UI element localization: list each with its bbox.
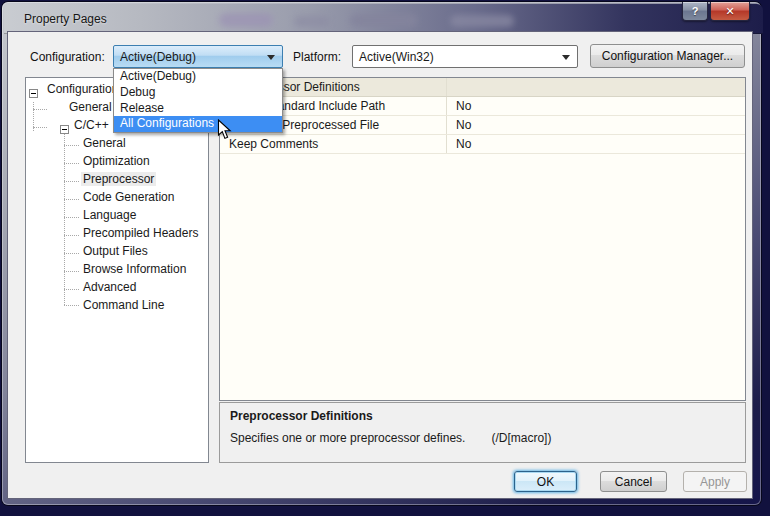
tree-connector-line xyxy=(64,181,79,182)
tree-item-precompiled-headers[interactable]: Precompiled Headers xyxy=(81,224,200,242)
dropdown-item-release[interactable]: Release xyxy=(114,101,282,117)
close-icon: ✕ xyxy=(725,5,734,18)
mouse-cursor-icon xyxy=(217,119,232,141)
configuration-combobox[interactable]: Active(Debug) xyxy=(113,45,283,68)
blurred-background-text xyxy=(219,13,273,27)
configuration-label: Configuration: xyxy=(30,50,105,64)
apply-button: Apply xyxy=(683,471,747,492)
grid-row-generate-preprocessed-file[interactable]: Generate Preprocessed File No xyxy=(220,116,745,135)
tree-connector-line xyxy=(64,235,79,236)
property-value[interactable]: No xyxy=(447,116,745,134)
tree-connector-line xyxy=(64,199,79,200)
screen-background: Property Pages ? ✕ Configuration: Active… xyxy=(0,0,770,516)
tree-item-language[interactable]: Language xyxy=(81,206,138,224)
property-value[interactable] xyxy=(447,78,745,96)
chevron-down-icon xyxy=(267,55,275,60)
blurred-background-text xyxy=(450,15,514,27)
tree-connector-line xyxy=(33,109,47,110)
tree-item-command-line[interactable]: Command Line xyxy=(81,296,166,314)
configuration-manager-button[interactable]: Configuration Manager... xyxy=(590,44,745,68)
property-name[interactable]: Keep Comments xyxy=(220,135,447,153)
tree-item-output-files[interactable]: Output Files xyxy=(81,242,150,260)
grid-row-ignore-standard-include-path[interactable]: Ignore Standard Include Path No xyxy=(220,97,745,116)
tree-item-c-cpp[interactable]: C/C++ xyxy=(72,116,111,134)
collapse-icon[interactable] xyxy=(60,125,69,134)
property-value[interactable]: No xyxy=(447,97,745,115)
description-text: Specifies one or more preprocessor defin… xyxy=(230,431,735,445)
blurred-background-text xyxy=(294,16,330,27)
tree-item-optimization[interactable]: Optimization xyxy=(81,152,152,170)
configuration-dropdown-list: Active(Debug) Debug Release All Configur… xyxy=(113,68,283,133)
grid-row-keep-comments[interactable]: Keep Comments No xyxy=(220,135,745,154)
configuration-tree: Configuration Properties General C/C++ G… xyxy=(25,77,209,463)
dropdown-item-active-debug[interactable]: Active(Debug) xyxy=(114,69,282,85)
configuration-value: Active(Debug) xyxy=(120,50,196,64)
collapse-icon[interactable] xyxy=(29,89,38,98)
cancel-button[interactable]: Cancel xyxy=(600,471,667,492)
help-button[interactable]: ? xyxy=(682,2,708,21)
platform-label: Platform: xyxy=(293,50,341,64)
help-icon: ? xyxy=(692,5,699,17)
platform-combobox[interactable]: Active(Win32) xyxy=(352,45,578,68)
property-grid: Preprocessor Definitions Ignore Standard… xyxy=(219,77,746,401)
tree-connector-line xyxy=(64,271,79,272)
compiler-flag: (/D[macro]) xyxy=(491,431,551,445)
close-button[interactable]: ✕ xyxy=(710,2,750,21)
grid-row-preprocessor-definitions[interactable]: Preprocessor Definitions xyxy=(220,78,745,97)
tree-item-general[interactable]: General xyxy=(67,98,114,116)
tree-connector-line xyxy=(64,289,79,290)
tree-item-cpp-general[interactable]: General xyxy=(81,134,128,152)
description-title: Preprocessor Definitions xyxy=(230,409,735,423)
tree-connector-line xyxy=(64,253,79,254)
tree-connector-line xyxy=(64,145,79,146)
title-bar[interactable]: Property Pages xyxy=(4,4,763,34)
tree-connector-line xyxy=(64,163,79,164)
ok-button[interactable]: OK xyxy=(514,471,577,492)
chevron-down-icon xyxy=(562,55,570,60)
platform-value: Active(Win32) xyxy=(359,50,434,64)
tree-connector-line xyxy=(64,134,65,305)
window-title: Property Pages xyxy=(24,12,107,26)
tree-item-code-generation[interactable]: Code Generation xyxy=(81,188,176,206)
property-value[interactable]: No xyxy=(447,135,745,153)
tree-connector-line xyxy=(33,127,47,128)
dropdown-item-debug[interactable]: Debug xyxy=(114,85,282,101)
tree-item-browse-information[interactable]: Browse Information xyxy=(81,260,188,278)
description-panel: Preprocessor Definitions Specifies one o… xyxy=(219,402,746,463)
tree-connector-line xyxy=(64,217,79,218)
tree-item-preprocessor[interactable]: Preprocessor xyxy=(81,170,156,188)
tree-item-advanced[interactable]: Advanced xyxy=(81,278,138,296)
tree-connector-line xyxy=(64,305,79,306)
dropdown-item-all-configurations[interactable]: All Configurations xyxy=(114,116,282,132)
blurred-background-text xyxy=(350,14,418,27)
